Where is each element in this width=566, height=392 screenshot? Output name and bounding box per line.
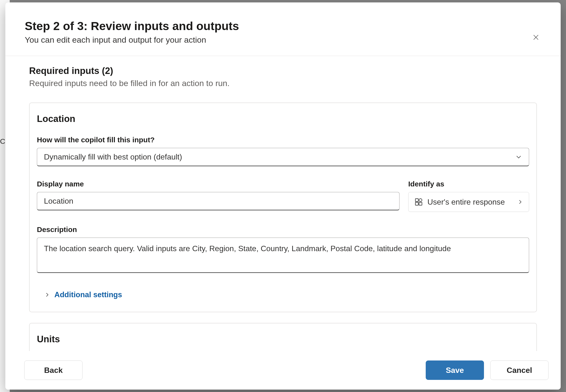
chevron-down-icon <box>515 154 522 160</box>
identify-as-value: User's entire response <box>427 197 505 207</box>
fill-method-select[interactable]: Dynamically fill with best option (defau… <box>37 148 529 166</box>
description-textarea[interactable] <box>37 238 529 273</box>
input-card-location: Location How will the copilot fill this … <box>29 103 537 312</box>
display-name-label: Display name <box>37 180 400 188</box>
modal-title: Step 2 of 3: Review inputs and outputs <box>25 19 541 33</box>
footer-right-group: Save Cancel <box>426 361 549 380</box>
fill-method-label: How will the copilot fill this input? <box>37 136 529 144</box>
modal-subtitle: You can edit each input and output for y… <box>25 35 541 45</box>
display-name-column: Display name <box>37 180 400 212</box>
description-block: Description <box>37 225 529 274</box>
svg-rect-2 <box>419 202 422 205</box>
section-subtitle: Required inputs need to be filled in for… <box>29 79 537 88</box>
entity-icon <box>414 197 423 206</box>
close-button[interactable] <box>530 31 542 43</box>
display-identify-row: Display name Identify as User's entire r… <box>37 180 529 212</box>
fill-method-value: Dynamically fill with best option (defau… <box>44 153 182 161</box>
input-name: Location <box>37 114 529 124</box>
identify-as-label: Identify as <box>408 180 529 188</box>
additional-settings-toggle[interactable]: Additional settings <box>44 290 122 299</box>
input-name: Units <box>37 334 529 345</box>
svg-rect-1 <box>416 202 418 205</box>
cancel-button[interactable]: Cancel <box>490 361 549 380</box>
modal-dialog: Step 2 of 3: Review inputs and outputs Y… <box>5 2 561 390</box>
save-button[interactable]: Save <box>426 361 484 380</box>
additional-settings-label: Additional settings <box>54 290 122 299</box>
modal-footer: Back Save Cancel <box>5 351 561 390</box>
section-title: Required inputs (2) <box>29 66 537 76</box>
input-card-units: Units How will the copilot fill this inp… <box>29 323 537 351</box>
identify-as-column: Identify as User's entire response <box>408 180 529 212</box>
chevron-right-icon <box>44 292 50 298</box>
display-name-input[interactable] <box>37 192 400 210</box>
back-button[interactable]: Back <box>24 361 83 380</box>
modal-header: Step 2 of 3: Review inputs and outputs Y… <box>5 2 561 56</box>
svg-rect-0 <box>416 199 418 202</box>
identify-as-button[interactable]: User's entire response <box>408 192 529 212</box>
description-label: Description <box>37 225 529 234</box>
chevron-right-icon <box>517 199 523 205</box>
modal-body: Required inputs (2) Required inputs need… <box>5 56 561 351</box>
close-icon <box>533 34 539 41</box>
